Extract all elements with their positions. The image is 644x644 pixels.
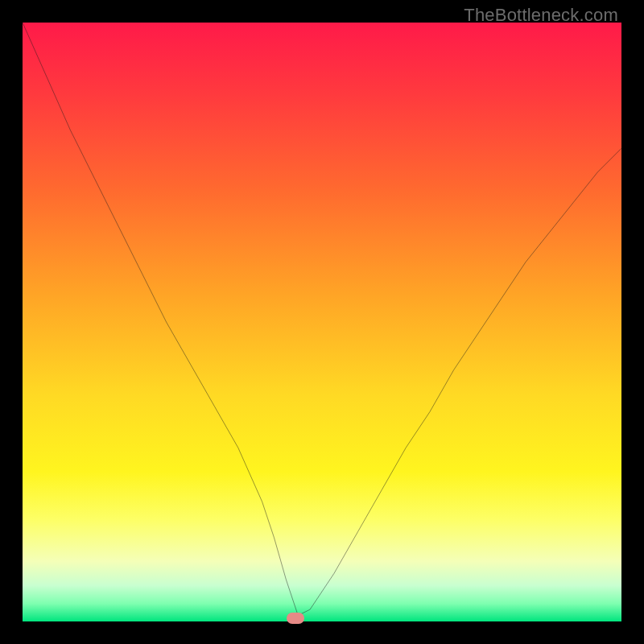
bottleneck-curve [23, 23, 621, 621]
minimum-marker [287, 613, 304, 624]
chart-frame: TheBottleneck.com [0, 0, 644, 644]
plot-area [23, 23, 621, 621]
